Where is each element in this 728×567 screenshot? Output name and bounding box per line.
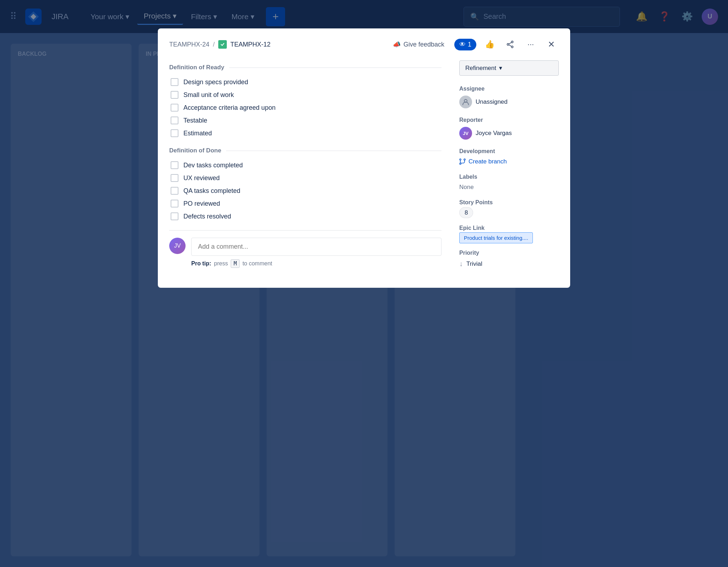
checklist-item-estimated[interactable]: Estimated [171, 129, 441, 137]
reporter-value[interactable]: JV Joyce Vargas [459, 127, 559, 140]
checkbox-defects[interactable] [171, 212, 178, 220]
comment-input[interactable] [191, 238, 441, 256]
checklist-label-defects: Defects resolved [183, 213, 231, 220]
breadcrumb-parent-link[interactable]: TEAMPHX-24 [169, 41, 209, 48]
create-branch-label: Create branch [469, 158, 507, 165]
checkbox-testable[interactable] [171, 117, 178, 124]
watch-count: 1 [468, 41, 471, 48]
checkbox-dev-tasks[interactable] [171, 161, 178, 169]
epic-link-section: Epic Link Product trials for existing...… [459, 225, 559, 241]
more-options-button[interactable]: ··· [523, 37, 538, 52]
definition-of-ready-checklist: Design specs provided Small unit of work… [171, 78, 441, 137]
close-button[interactable]: ✕ [544, 37, 559, 52]
megaphone-icon: 📣 [393, 40, 401, 48]
checklist-item-qa-tasks[interactable]: QA tasks completed [171, 187, 441, 195]
create-branch-link[interactable]: Create branch [459, 158, 559, 165]
modal-header-actions: 📣 Give feedback 👁 1 👍 ··· ✕ [389, 37, 559, 52]
pro-tip-label: Pro tip: [191, 260, 211, 267]
labels-section: Labels None [459, 174, 559, 191]
issue-modal: TEAMPHX-24 / TEAMPHX-12 📣 Give feedback … [158, 28, 570, 288]
section-divider-2 [226, 151, 441, 151]
priority-text: Trivial [466, 260, 482, 268]
definition-of-done-checklist: Dev tasks completed UX reviewed QA tasks… [171, 161, 441, 220]
checklist-label-ux-reviewed: UX reviewed [183, 174, 220, 182]
definition-of-ready-title: Definition of Ready [169, 64, 224, 71]
definition-of-ready-header: Definition of Ready [169, 64, 441, 71]
priority-value[interactable]: ↓ Trivial [459, 260, 559, 268]
checklist-item-acceptance[interactable]: Acceptance criteria agreed upon [171, 104, 441, 112]
commenter-avatar: JV [169, 238, 186, 254]
breadcrumb: TEAMPHX-24 / TEAMPHX-12 [169, 40, 271, 49]
definition-of-done-header: Definition of Done [169, 147, 441, 154]
unassigned-avatar [459, 96, 472, 108]
svg-line-5 [509, 43, 512, 44]
assignee-label: Assignee [459, 86, 559, 92]
checklist-label-dev-tasks: Dev tasks completed [183, 162, 243, 169]
refinement-chevron-icon: ▾ [499, 64, 502, 72]
refinement-label: Refinement [465, 65, 496, 72]
checklist-item-small-unit[interactable]: Small unit of work [171, 91, 441, 99]
story-points-value[interactable]: 8 [459, 207, 473, 218]
checklist-item-defects[interactable]: Defects resolved [171, 212, 441, 220]
modal-body: Definition of Ready Design specs provide… [158, 52, 570, 288]
modal-right-panel: Refinement ▾ Assignee Unassigned [459, 60, 559, 276]
checklist-label-qa-tasks: QA tasks completed [183, 187, 240, 195]
comment-divider [169, 230, 441, 231]
checklist-label-design-specs: Design specs provided [183, 79, 248, 86]
checklist-item-po-reviewed[interactable]: PO reviewed [171, 200, 441, 207]
reporter-avatar: JV [459, 127, 472, 140]
issue-type-icon [218, 40, 227, 49]
checkbox-small-unit[interactable] [171, 91, 178, 99]
checklist-label-po-reviewed: PO reviewed [183, 200, 220, 207]
svg-point-4 [507, 44, 509, 45]
checkbox-acceptance[interactable] [171, 104, 178, 112]
definition-of-done-title: Definition of Done [169, 147, 221, 154]
svg-line-6 [509, 45, 512, 47]
checklist-label-testable: Testable [183, 117, 207, 124]
story-points-section: Story Points 8 [459, 199, 559, 216]
give-feedback-label: Give feedback [403, 41, 444, 48]
checklist-label-estimated: Estimated [183, 130, 212, 137]
checkbox-estimated[interactable] [171, 129, 178, 137]
checklist-label-acceptance: Acceptance criteria agreed upon [183, 104, 275, 112]
svg-point-2 [512, 41, 513, 43]
checkbox-ux-reviewed[interactable] [171, 174, 178, 182]
thumbs-up-button[interactable]: 👍 [482, 37, 497, 52]
priority-icon: ↓ [459, 260, 463, 268]
development-section: Development Create branch [459, 148, 559, 165]
priority-section: Priority ↓ Trivial [459, 250, 559, 268]
assignee-value[interactable]: Unassigned [459, 96, 559, 108]
checkbox-qa-tasks[interactable] [171, 187, 178, 195]
modal-left-panel: Definition of Ready Design specs provide… [169, 60, 445, 276]
reporter-label: Reporter [459, 117, 559, 123]
shortcut-key: M [231, 259, 240, 268]
checklist-item-design-specs[interactable]: Design specs provided [171, 78, 441, 86]
checklist-label-small-unit: Small unit of work [183, 91, 234, 99]
priority-label: Priority [459, 250, 559, 256]
pro-tip: Pro tip: press M to comment [191, 259, 441, 268]
breadcrumb-current: TEAMPHX-12 [230, 41, 271, 48]
checklist-item-ux-reviewed[interactable]: UX reviewed [171, 174, 441, 182]
checkbox-design-specs[interactable] [171, 78, 178, 86]
epic-link-label: Epic Link [459, 225, 559, 231]
modal-header: TEAMPHX-24 / TEAMPHX-12 📣 Give feedback … [158, 28, 570, 52]
watch-button[interactable]: 👁 1 [454, 39, 476, 50]
assignee-section: Assignee Unassigned [459, 86, 559, 108]
comment-area: JV [169, 238, 441, 256]
refinement-button[interactable]: Refinement ▾ [459, 60, 559, 76]
labels-label: Labels [459, 174, 559, 180]
share-button[interactable] [503, 37, 518, 52]
checklist-item-testable[interactable]: Testable [171, 117, 441, 124]
eye-icon: 👁 [459, 41, 466, 48]
reporter-name: Joyce Vargas [476, 130, 512, 137]
labels-value[interactable]: None [459, 184, 474, 190]
checklist-item-dev-tasks[interactable]: Dev tasks completed [171, 161, 441, 169]
reporter-section: Reporter JV Joyce Vargas [459, 117, 559, 140]
checkbox-po-reviewed[interactable] [171, 200, 178, 207]
section-divider [229, 68, 441, 68]
epic-link-value[interactable]: Product trials for existing.... [459, 232, 533, 243]
development-label: Development [459, 148, 559, 155]
story-points-label: Story Points [459, 199, 559, 206]
give-feedback-button[interactable]: 📣 Give feedback [389, 38, 449, 51]
assignee-name: Unassigned [476, 98, 508, 106]
